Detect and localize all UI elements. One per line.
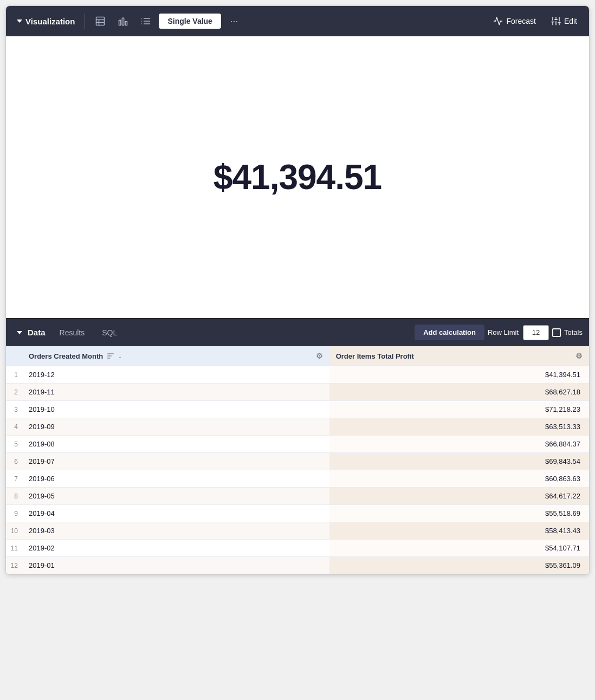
row-limit-input[interactable] [523, 325, 549, 340]
table-row: 62019-07$69,843.54 [6, 453, 589, 470]
svg-rect-4 [119, 20, 121, 25]
row-profit: $58,413.43 [329, 522, 589, 540]
table-row: 42019-09$63,513.33 [6, 418, 589, 436]
row-month: 2019-08 [22, 436, 329, 453]
sort-desc-icon[interactable]: ↓ [118, 352, 121, 360]
forecast-button[interactable]: Forecast [488, 13, 541, 29]
row-num-header [6, 346, 22, 366]
results-tab[interactable]: Results [52, 325, 93, 340]
row-profit: $66,884.37 [329, 436, 589, 453]
row-month: 2019-07 [22, 453, 329, 470]
visualization-dropdown[interactable]: Visualization [12, 14, 79, 29]
col-month-label: Orders Created Month [29, 352, 103, 360]
single-value-tab[interactable]: Single Value [159, 14, 221, 29]
row-number: 1 [6, 366, 22, 384]
row-month: 2019-01 [22, 557, 329, 574]
col-month-header: Orders Created Month ↓ ⚙ [22, 346, 329, 366]
data-tabs: Data Results SQL [12, 325, 411, 340]
table-row: 12019-12$41,394.51 [6, 366, 589, 384]
row-month: 2019-06 [22, 470, 329, 488]
row-month: 2019-12 [22, 366, 329, 384]
single-value-display: $41,394.51 [6, 36, 589, 318]
table-row: 82019-05$64,617.22 [6, 488, 589, 505]
svg-rect-5 [122, 18, 124, 25]
toolbar-left: Visualization [12, 11, 484, 31]
col-profit-header: Order Items Total Profit ⚙ [329, 346, 589, 366]
main-container: Visualization [5, 5, 590, 575]
table-row: 112019-02$54,107.71 [6, 540, 589, 557]
row-profit: $41,394.51 [329, 366, 589, 384]
table-row: 122019-01$55,361.09 [6, 557, 589, 574]
col-profit-label: Order Items Total Profit [336, 352, 414, 360]
chevron-down-icon [17, 20, 22, 23]
filter-sort-icon[interactable] [106, 352, 115, 360]
row-number: 2 [6, 384, 22, 401]
table-header-row: Orders Created Month ↓ ⚙ Orde [6, 346, 589, 366]
forecast-label: Forecast [506, 17, 535, 25]
more-options-button[interactable]: ··· [224, 11, 244, 31]
data-chevron-icon [17, 331, 22, 334]
row-month: 2019-04 [22, 505, 329, 522]
row-month: 2019-11 [22, 384, 329, 401]
row-profit: $68,627.18 [329, 384, 589, 401]
row-number: 9 [6, 505, 22, 522]
svg-rect-6 [126, 22, 127, 25]
row-month: 2019-09 [22, 418, 329, 436]
more-icon: ··· [230, 16, 238, 27]
row-number: 4 [6, 418, 22, 436]
row-month: 2019-03 [22, 522, 329, 540]
add-calculation-button[interactable]: Add calculation [415, 325, 484, 340]
row-number: 11 [6, 540, 22, 557]
sql-tab[interactable]: SQL [94, 325, 125, 340]
row-number: 3 [6, 401, 22, 418]
data-tab-label: Data [28, 328, 46, 337]
table-view-button[interactable] [90, 11, 110, 31]
row-profit: $71,218.23 [329, 401, 589, 418]
top-toolbar: Visualization [6, 6, 589, 36]
row-profit: $54,107.71 [329, 540, 589, 557]
bar-chart-button[interactable] [113, 11, 133, 31]
edit-button[interactable]: Edit [546, 13, 583, 29]
visualization-label: Visualization [25, 17, 75, 26]
row-number: 10 [6, 522, 22, 540]
table-row: 72019-06$60,863.63 [6, 470, 589, 488]
col-month-gear-icon[interactable]: ⚙ [316, 352, 323, 360]
row-profit: $55,518.69 [329, 505, 589, 522]
row-number: 12 [6, 557, 22, 574]
svg-rect-0 [96, 17, 105, 25]
table-row: 22019-11$68,627.18 [6, 384, 589, 401]
table-row: 92019-04$55,518.69 [6, 505, 589, 522]
table-icon [95, 16, 106, 27]
row-number: 5 [6, 436, 22, 453]
row-month: 2019-02 [22, 540, 329, 557]
row-profit: $55,361.09 [329, 557, 589, 574]
col-profit-gear-icon[interactable]: ⚙ [575, 352, 583, 360]
row-limit-label: Row Limit [488, 328, 519, 336]
table-row: 52019-08$66,884.37 [6, 436, 589, 453]
row-number: 7 [6, 470, 22, 488]
toolbar-right: Forecast Edit [488, 13, 583, 29]
toolbar-divider [85, 14, 85, 29]
filter-view-button[interactable] [136, 11, 156, 31]
table-row: 32019-10$71,218.23 [6, 401, 589, 418]
bar-chart-icon [118, 16, 128, 27]
row-number: 6 [6, 453, 22, 470]
row-profit: $64,617.22 [329, 488, 589, 505]
row-month: 2019-10 [22, 401, 329, 418]
edit-label: Edit [564, 17, 577, 25]
row-limit-section: Row Limit [488, 325, 549, 340]
data-dropdown[interactable]: Data [12, 325, 50, 340]
data-table: Orders Created Month ↓ ⚙ Orde [6, 346, 589, 574]
row-profit: $60,863.63 [329, 470, 589, 488]
single-value-number: $41,394.51 [214, 157, 381, 197]
data-table-wrapper: Orders Created Month ↓ ⚙ Orde [6, 346, 589, 574]
forecast-icon [493, 16, 503, 26]
table-row: 102019-03$58,413.43 [6, 522, 589, 540]
totals-label: Totals [564, 328, 583, 336]
row-number: 8 [6, 488, 22, 505]
totals-section: Totals [552, 328, 583, 337]
row-profit: $69,843.54 [329, 453, 589, 470]
totals-checkbox[interactable] [552, 328, 561, 337]
row-profit: $63,513.33 [329, 418, 589, 436]
row-month: 2019-05 [22, 488, 329, 505]
